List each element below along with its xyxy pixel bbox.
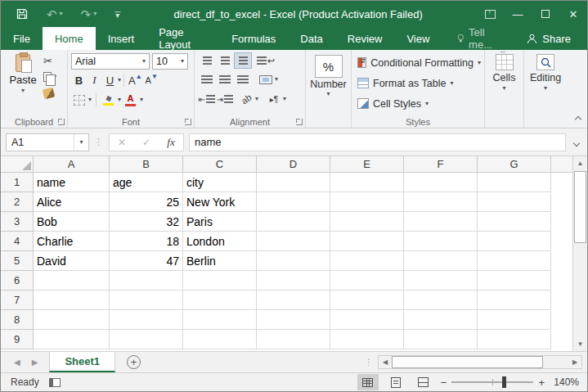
- cell-E3[interactable]: [330, 212, 404, 232]
- cell-B5[interactable]: 47: [110, 251, 183, 271]
- cell-B3[interactable]: 32: [110, 212, 183, 232]
- tab-file[interactable]: File: [1, 27, 43, 50]
- cell-E4[interactable]: [330, 232, 404, 251]
- cell-E1[interactable]: [330, 173, 404, 192]
- orientation-button[interactable]: ab: [237, 91, 255, 107]
- zoom-level[interactable]: 140%: [551, 376, 579, 388]
- cancel-entry-button[interactable]: ✕: [110, 134, 134, 151]
- row-header-7[interactable]: 7: [1, 291, 34, 310]
- underline-button[interactable]: U: [102, 72, 118, 88]
- editing-button[interactable]: Editing ▾: [527, 52, 563, 115]
- tell-me-box[interactable]: Tell me...: [445, 27, 514, 50]
- align-left-button[interactable]: [198, 71, 216, 88]
- column-header-A[interactable]: A: [34, 156, 110, 173]
- cell-B9[interactable]: [110, 330, 183, 349]
- align-center-button[interactable]: [216, 71, 234, 88]
- cell-D1[interactable]: [257, 173, 330, 192]
- column-header-F[interactable]: F: [404, 156, 478, 173]
- decrease-font-button[interactable]: A▼: [144, 72, 159, 88]
- cell-D7[interactable]: [257, 291, 330, 310]
- close-button[interactable]: ✕: [559, 1, 587, 27]
- cell-styles-button[interactable]: Cell Styles ▾: [357, 93, 481, 114]
- merge-center-button[interactable]: [257, 71, 275, 88]
- cell-C8[interactable]: [183, 310, 257, 330]
- cell-E6[interactable]: [330, 271, 404, 291]
- undo-button[interactable]: ↶▾: [47, 8, 63, 20]
- italic-button[interactable]: I: [87, 72, 102, 88]
- cell-G8[interactable]: [478, 310, 551, 330]
- bold-button[interactable]: B: [71, 72, 87, 88]
- tab-formulas[interactable]: Formulas: [219, 27, 288, 50]
- copy-button[interactable]: ▾: [42, 69, 58, 85]
- cell-A9[interactable]: [34, 330, 110, 349]
- borders-button[interactable]: [71, 92, 87, 108]
- cells-button[interactable]: Cells ▾: [488, 52, 520, 115]
- font-dialog-launcher-icon[interactable]: [185, 119, 191, 125]
- row-header-8[interactable]: 8: [1, 310, 34, 330]
- font-color-dropdown-icon[interactable]: ▾: [140, 97, 143, 103]
- cell-F1[interactable]: [404, 173, 478, 192]
- scroll-right-icon[interactable]: ▶: [568, 356, 581, 368]
- cell-G2[interactable]: [478, 192, 551, 212]
- name-box[interactable]: A1 ▾: [6, 133, 89, 151]
- maximize-button[interactable]: [532, 1, 559, 27]
- cell-E9[interactable]: [330, 330, 404, 349]
- cell-C6[interactable]: [183, 271, 257, 291]
- column-header-C[interactable]: C: [183, 156, 257, 173]
- fill-color-dropdown-icon[interactable]: ▾: [118, 97, 121, 103]
- conditional-formatting-button[interactable]: Conditional Formatting ▾: [357, 52, 481, 73]
- format-painter-button[interactable]: [42, 85, 58, 101]
- tab-review[interactable]: Review: [335, 27, 395, 50]
- previous-sheet-button[interactable]: ◀: [14, 358, 20, 367]
- cell-F9[interactable]: [404, 330, 478, 349]
- cell-C2[interactable]: New York: [183, 192, 257, 212]
- cell-F6[interactable]: [404, 271, 478, 291]
- cell-B4[interactable]: 18: [110, 232, 183, 251]
- row-header-2[interactable]: 2: [1, 192, 34, 212]
- cell-G7[interactable]: [478, 291, 551, 310]
- borders-dropdown-icon[interactable]: ▾: [88, 97, 92, 103]
- macro-record-icon[interactable]: [49, 378, 61, 387]
- format-as-table-button[interactable]: Format as Table ▾: [357, 73, 481, 93]
- vertical-scroll-thumb[interactable]: [574, 171, 586, 243]
- zoom-slider-thumb[interactable]: [502, 376, 506, 388]
- row-header-1[interactable]: 1: [1, 173, 34, 192]
- cell-E7[interactable]: [330, 291, 404, 310]
- enter-entry-button[interactable]: ✓: [134, 134, 159, 151]
- tab-data[interactable]: Data: [288, 27, 334, 50]
- row-header-3[interactable]: 3: [1, 212, 34, 232]
- tab-insert[interactable]: Insert: [96, 27, 147, 50]
- column-header-D[interactable]: D: [257, 156, 330, 173]
- zoom-slider[interactable]: [451, 381, 533, 383]
- cell-D5[interactable]: [257, 251, 330, 271]
- column-header-G[interactable]: G: [478, 156, 551, 173]
- normal-view-button[interactable]: [357, 374, 379, 390]
- cell-C4[interactable]: London: [183, 232, 257, 251]
- align-middle-button[interactable]: [216, 52, 234, 69]
- decrease-indent-button[interactable]: ⇤: [198, 91, 216, 107]
- cell-G5[interactable]: [478, 251, 551, 271]
- expand-formula-bar-button[interactable]: [571, 136, 582, 148]
- page-layout-view-button[interactable]: [385, 374, 406, 390]
- cell-D3[interactable]: [257, 212, 330, 232]
- cell-A6[interactable]: [34, 271, 110, 291]
- cell-G4[interactable]: [478, 232, 551, 251]
- cell-F7[interactable]: [404, 291, 478, 310]
- cell-D6[interactable]: [257, 271, 330, 291]
- cell-B6[interactable]: [110, 271, 183, 291]
- cell-A2[interactable]: Alice: [34, 192, 110, 212]
- row-header-4[interactable]: 4: [1, 232, 34, 251]
- zoom-out-button[interactable]: −: [441, 376, 447, 389]
- cell-A3[interactable]: Bob: [34, 212, 110, 232]
- row-header-9[interactable]: 9: [1, 330, 34, 349]
- page-break-view-button[interactable]: [413, 374, 434, 390]
- horizontal-scroll-thumb[interactable]: [392, 356, 543, 368]
- next-sheet-button[interactable]: ▶: [32, 358, 38, 367]
- increase-font-button[interactable]: A▲: [127, 72, 144, 88]
- cell-D8[interactable]: [257, 310, 330, 330]
- cell-E2[interactable]: [330, 192, 404, 212]
- scroll-up-icon[interactable]: ▲: [573, 156, 587, 170]
- increase-indent-button[interactable]: ⇥: [216, 91, 234, 107]
- wrap-text-button[interactable]: ↩: [257, 52, 275, 69]
- cell-A5[interactable]: David: [34, 251, 110, 271]
